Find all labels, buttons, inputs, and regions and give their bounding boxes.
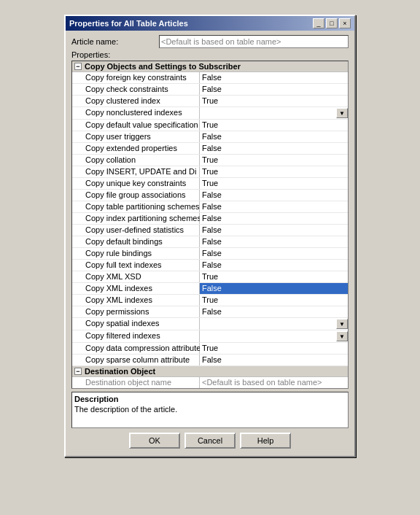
section-toggle-destination[interactable]: −	[74, 368, 82, 375]
table-row: Destination object name <Default is base…	[72, 377, 348, 389]
table-row[interactable]: Copy filtered indexes ▼	[72, 330, 348, 343]
prop-value: <Default is based on table name>	[200, 377, 348, 388]
table-row[interactable]: Copy spatial indexes ▼	[72, 318, 348, 330]
section-destination-header[interactable]: − Destination Object	[72, 366, 348, 377]
prop-value: False	[200, 248, 348, 259]
table-row: Copy check constraints False	[72, 84, 348, 96]
table-row: Copy rule bindings False	[72, 248, 348, 260]
table-row: Copy extended properties False	[72, 143, 348, 155]
table-row: Copy XML indexes True	[72, 295, 348, 306]
prop-value: False	[200, 306, 348, 317]
prop-value: False	[200, 355, 348, 365]
dropdown-arrow-icon[interactable]: ▼	[336, 331, 348, 341]
table-row: Copy unique key constraints True	[72, 178, 348, 190]
prop-name: Copy table partitioning schemes	[72, 201, 200, 212]
window-title: Properties for All Table Articles	[69, 19, 188, 28]
prop-name: Copy full text indexes	[72, 260, 200, 271]
prop-value: True	[200, 96, 348, 107]
table-row: Copy foreign key constraints False	[72, 72, 348, 84]
close-button[interactable]: ×	[339, 18, 351, 28]
prop-name: Copy XML indexes	[72, 283, 200, 294]
description-title: Description	[74, 395, 346, 403]
prop-name: Copy filtered indexes	[72, 330, 200, 342]
prop-value-dropdown[interactable]: ▼	[200, 330, 348, 342]
prop-value: False	[200, 84, 348, 95]
prop-value-dropdown[interactable]: ▼	[200, 318, 348, 330]
prop-value: True	[200, 155, 348, 166]
prop-value: True	[200, 295, 348, 306]
prop-value: True	[200, 120, 348, 131]
prop-name: Copy nonclustered indexes	[72, 107, 200, 119]
prop-name: Copy check constraints	[72, 84, 200, 95]
minimize-button[interactable]: _	[313, 18, 324, 28]
prop-value: False	[200, 190, 348, 201]
prop-name: Copy user-defined statistics	[72, 225, 200, 236]
prop-name: Copy spatial indexes	[72, 318, 200, 330]
prop-name: Copy extended properties	[72, 143, 200, 154]
table-row: Copy table partitioning schemes False	[72, 201, 348, 213]
properties-container[interactable]: − Copy Objects and Settings to Subscribe…	[71, 61, 349, 389]
prop-name: Copy XML XSD	[72, 271, 200, 282]
article-name-row: Article name:	[71, 35, 349, 48]
prop-name-disabled: Destination object name	[72, 377, 200, 388]
prop-name: Copy unique key constraints	[72, 178, 200, 189]
prop-value: False	[200, 201, 348, 212]
help-button[interactable]: Help	[240, 433, 291, 449]
maximize-button[interactable]: □	[326, 18, 338, 28]
prop-value: True	[200, 343, 348, 354]
properties-window: Properties for All Table Articles _ □ × …	[64, 15, 356, 457]
prop-name: Copy collation	[72, 155, 200, 166]
section-destination-label: Destination Object	[85, 367, 155, 376]
dropdown-arrow-icon[interactable]: ▼	[336, 108, 348, 118]
article-name-input[interactable]	[159, 35, 349, 48]
ok-button[interactable]: OK	[129, 433, 180, 449]
prop-name: Copy user triggers	[72, 131, 200, 142]
prop-value: False	[200, 213, 348, 224]
dropdown-arrow-icon[interactable]: ▼	[336, 319, 348, 329]
window-content: Article name: Properties: − Copy Objects…	[66, 31, 354, 456]
table-row: Copy permissions False	[72, 306, 348, 318]
prop-name: Copy index partitioning schemes	[72, 213, 200, 224]
prop-name: Copy permissions	[72, 306, 200, 317]
table-row: Copy INSERT, UPDATE and Di True	[72, 166, 348, 178]
prop-value: False	[200, 131, 348, 142]
table-row: Copy default value specification True	[72, 120, 348, 131]
prop-value: True	[200, 166, 348, 177]
prop-name: Copy default bindings	[72, 236, 200, 247]
table-row: Copy user triggers False	[72, 131, 348, 143]
table-row: Copy XML indexes False	[72, 283, 348, 295]
table-row: Copy file group associations False	[72, 190, 348, 201]
section-copy-objects-header[interactable]: − Copy Objects and Settings to Subscribe…	[72, 61, 348, 72]
section-toggle-copy[interactable]: −	[74, 63, 82, 70]
table-row: Copy XML XSD True	[72, 271, 348, 283]
prop-value-dropdown[interactable]: ▼	[200, 107, 348, 119]
prop-value: False	[200, 143, 348, 154]
prop-name: Copy INSERT, UPDATE and Di	[72, 166, 200, 177]
prop-name: Copy data compression attribute	[72, 343, 200, 354]
table-row: Copy data compression attribute True	[72, 343, 348, 355]
cancel-button[interactable]: Cancel	[184, 433, 236, 449]
prop-name: Copy XML indexes	[72, 295, 200, 306]
title-bar: Properties for All Table Articles _ □ ×	[66, 16, 354, 31]
prop-name: Copy sparse column attribute	[72, 355, 200, 365]
table-row: Copy user-defined statistics False	[72, 225, 348, 236]
properties-label: Properties:	[71, 50, 349, 59]
prop-value: False	[200, 260, 348, 271]
description-section: Description The description of the artic…	[71, 392, 349, 428]
prop-name: Copy rule bindings	[72, 248, 200, 259]
table-row: Copy sparse column attribute False	[72, 355, 348, 366]
prop-name: Copy clustered index	[72, 96, 200, 107]
prop-name: Copy default value specification	[72, 120, 200, 131]
title-bar-buttons: _ □ ×	[313, 18, 351, 28]
prop-value: False	[200, 225, 348, 236]
prop-value: False	[200, 72, 348, 83]
prop-value-selected: False	[200, 283, 348, 294]
table-row: Copy collation True	[72, 155, 348, 166]
table-row: Copy full text indexes False	[72, 260, 348, 271]
table-row: Copy clustered index True	[72, 96, 348, 107]
table-row[interactable]: Copy nonclustered indexes ▼	[72, 107, 348, 120]
prop-name: Copy foreign key constraints	[72, 72, 200, 83]
prop-value: True	[200, 178, 348, 189]
prop-value: False	[200, 236, 348, 247]
table-row: Copy default bindings False	[72, 236, 348, 248]
